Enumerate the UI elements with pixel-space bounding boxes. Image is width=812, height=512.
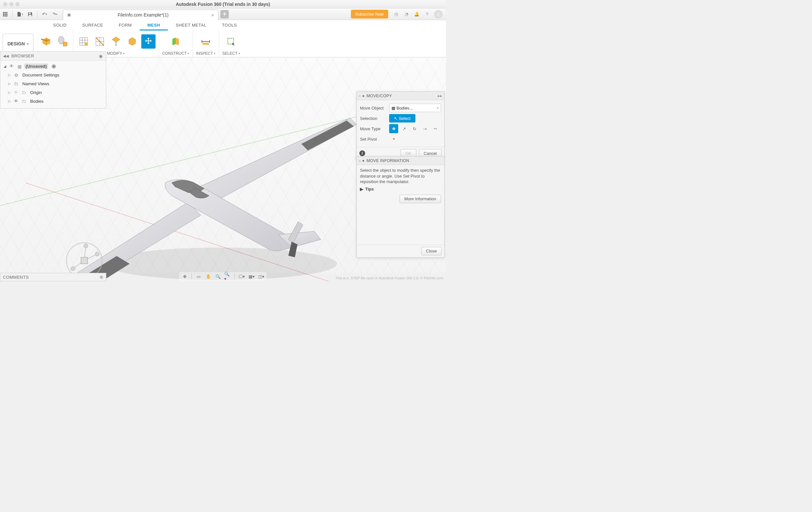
move-object-dropdown[interactable]: ▦ Bodies... ▾ [389,104,441,112]
expand-icon[interactable]: ▷ [7,82,11,86]
browser-root-label[interactable]: (Unsaved) [24,63,48,69]
move-information-panel: ≡ ● MOVE INFORMATION Select the object t… [356,156,444,258]
ribbon-tab-surface[interactable]: SURFACE [75,20,111,30]
browser-item-label[interactable]: Named Views [21,81,51,87]
translate-icon[interactable]: ↗ [400,124,409,133]
undo-icon[interactable]: ↶▾ [40,10,49,19]
ribbon-group-construct-label: CONSTRUCT [162,51,186,56]
point-to-position-icon[interactable]: ⤳ [431,124,440,133]
close-button[interactable]: Close [421,247,442,255]
select-tool-icon[interactable] [224,34,238,49]
expand-icon[interactable]: ◢ [3,64,7,68]
insert-mesh-icon[interactable] [39,34,54,49]
browser-item-bodies[interactable]: ▷ 👁 🗀 Bodies [2,97,105,106]
new-tab-button[interactable]: + [220,10,229,19]
model-airplane[interactable] [65,112,356,281]
workspace-switcher[interactable]: DESIGN▾ [3,34,33,54]
workspace-label: DESIGN [7,41,25,46]
redo-icon[interactable]: ↷▾ [51,10,60,19]
point-to-point-icon[interactable]: ⇢ [420,124,429,133]
zoom-icon[interactable]: 🔍 [214,273,222,280]
settings-gear-icon[interactable]: ⚙ [13,73,19,78]
browser-panel: ◀◀ BROWSER ◉ ◢ 👁 ▦ (Unsaved) ▷ ⚙ Documen… [0,51,106,109]
minimize-window-icon[interactable] [9,2,13,6]
browser-item-label[interactable]: Bodies [29,98,45,104]
add-comment-icon[interactable]: ⊕ [99,275,104,280]
expand-icon[interactable]: ▷ [7,99,11,103]
visibility-icon[interactable]: 👁 [13,99,19,104]
panel-collapse-icon[interactable]: ● [362,93,365,98]
set-pivot-label: Set Pivot [360,137,386,142]
measure-icon[interactable] [199,34,213,49]
svg-rect-9 [29,12,31,14]
notifications-icon[interactable]: 🔔 [413,11,420,18]
info-icon[interactable]: i [359,150,365,156]
ribbon-group-select-label: SELECT [222,51,237,56]
svg-point-18 [85,42,88,46]
extensions-icon[interactable]: ◷ [393,11,399,18]
svg-rect-3 [3,13,4,15]
tips-expander[interactable]: ▶ Tips [360,187,441,192]
construct-plane-icon[interactable] [169,34,183,49]
display-settings-icon[interactable]: 🖵▾ [238,273,245,280]
pan-icon[interactable]: ✋ [205,273,212,280]
reduce-icon[interactable] [93,34,107,49]
browser-item-named-views[interactable]: ▷ 🗀 Named Views [2,79,105,88]
set-pivot-icon[interactable]: ⌖ [389,135,398,144]
browser-options-icon[interactable]: ◉ [99,54,103,59]
panel-grip-icon[interactable]: ≡ [359,159,360,163]
browser-collapse-icon[interactable]: ◀◀ [3,54,9,58]
rotate-icon[interactable]: ↻ [410,124,419,133]
browser-item-document-settings[interactable]: ▷ ⚙ Document Settings [2,70,105,79]
ribbon-tab-solid[interactable]: SOLID [46,20,75,30]
comments-bar[interactable]: COMMENTS ⊕ [0,273,106,281]
expand-icon[interactable]: ▷ [7,90,11,95]
expand-icon[interactable]: ▷ [7,73,11,77]
plane-cut-icon[interactable] [109,34,123,49]
close-tab-icon[interactable]: × [211,12,214,18]
visibility-icon[interactable]: 👁 [9,64,14,69]
user-avatar[interactable] [434,10,443,19]
panel-grip-icon[interactable]: ≡ [359,94,360,98]
job-status-icon[interactable]: ◔ [403,11,410,18]
maximize-window-icon[interactable] [16,2,20,6]
move-copy-icon[interactable] [141,34,155,49]
select-button[interactable]: ↖ Select [389,114,415,122]
browser-item-label[interactable]: Origin [29,90,43,95]
subscribe-button[interactable]: Subscribe Now [351,10,388,19]
panel-pin-icon[interactable]: ▸▸ [438,93,442,98]
panel-collapse-icon[interactable]: ● [362,158,365,163]
grid-settings-icon[interactable]: ▦▾ [248,273,255,280]
move-info-title: MOVE INFORMATION [367,159,442,163]
more-information-button[interactable]: More Information [400,195,441,203]
svg-rect-32 [81,257,87,264]
convert-icon[interactable] [125,34,139,49]
expand-icon: ▶ [360,187,363,192]
free-move-icon[interactable]: ✥ [389,124,398,133]
apps-grid-icon[interactable] [1,10,10,19]
remesh-icon[interactable] [77,34,91,49]
move-copy-title: MOVE/COPY [367,94,438,98]
orbit-icon[interactable]: ✥ [181,273,188,280]
activate-radio-icon[interactable] [52,64,56,68]
zoom-window-icon[interactable]: 🔍▾ [224,273,231,280]
ribbon-tab-tools[interactable]: TOOLS [214,20,244,30]
svg-rect-5 [6,13,7,15]
svg-point-29 [95,252,99,256]
ribbon-tab-sheet-metal[interactable]: SHEET METAL [168,20,214,30]
save-icon[interactable] [26,10,35,19]
svg-rect-1 [4,12,6,13]
visibility-off-icon[interactable]: 👁 [13,90,19,95]
ribbon-tab-mesh[interactable]: MESH [140,20,168,30]
browser-item-label[interactable]: Document Settings [21,72,61,78]
look-at-icon[interactable]: ▭ [195,273,202,280]
ribbon-tab-form[interactable]: FORM [111,20,139,30]
new-file-icon[interactable]: ▾ [15,10,24,19]
document-tab[interactable]: ▣ FileInfo.com Example*(1) × [63,10,219,20]
viewport-layout-icon[interactable]: ◫▾ [258,273,265,280]
browser-item-origin[interactable]: ▷ 👁 🗀 Origin [2,88,105,97]
help-icon[interactable]: ? [424,11,430,18]
create-mesh-icon[interactable] [55,34,70,49]
browser-root-node[interactable]: ◢ 👁 ▦ (Unsaved) [2,62,105,70]
close-window-icon[interactable] [3,2,7,6]
